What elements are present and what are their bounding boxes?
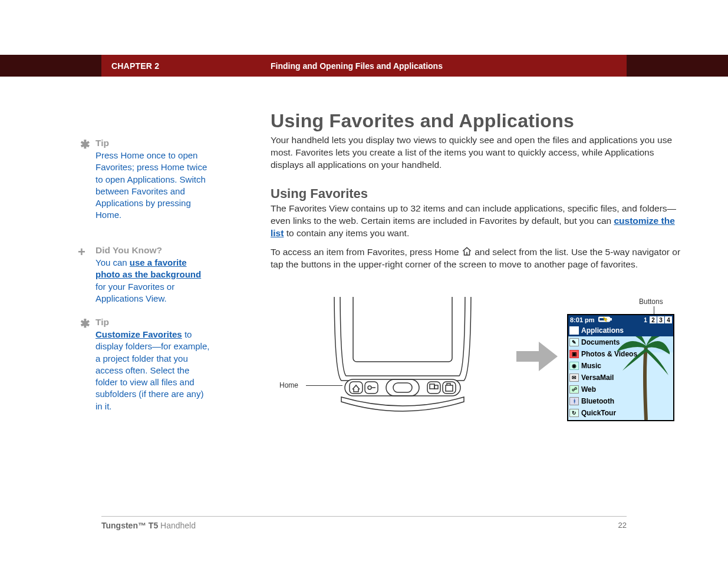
- sidebar-tip2-head: Tip: [95, 317, 109, 328]
- subheading-using-favorites: Using Favorites: [271, 186, 368, 201]
- paragraph-access: To access an item from Favorites, press …: [271, 246, 683, 271]
- home-callout-line: [306, 385, 342, 386]
- app-icon: ☍: [569, 385, 579, 394]
- page-button-3[interactable]: 3: [657, 316, 664, 323]
- favorites-screenshot: 8:01 pm 1 2 3 4 ▦Applications ✎Documents…: [567, 314, 674, 421]
- list-item-label: QuickTour: [581, 409, 616, 417]
- list-item-label: Documents: [581, 338, 620, 346]
- tip2-post: to display folders—for example, a projec…: [95, 329, 209, 411]
- app-icon: ✎: [569, 338, 579, 346]
- sidebar-tip1-head: Tip: [95, 138, 109, 148]
- p2b: to contain any items you want.: [284, 228, 409, 238]
- sidebar-tip2-body: Customize Favorites to display folders—f…: [95, 329, 210, 412]
- svg-rect-12: [610, 318, 612, 320]
- home-callout-label: Home: [279, 381, 298, 389]
- dyk-pre: You can: [95, 257, 130, 267]
- handheld-illustration: [330, 297, 476, 421]
- page-buttons-group: 1 2 3 4: [641, 316, 672, 323]
- paragraph-customize: The Favorites View contains up to 32 ite…: [271, 203, 683, 240]
- buttons-callout-line: [654, 306, 654, 314]
- list-item[interactable]: ↻QuickTour: [568, 407, 673, 419]
- list-item[interactable]: ◉Music: [568, 360, 673, 372]
- list-item-label: VersaMail: [581, 373, 614, 382]
- chapter-title: Finding and Opening Files and Applicatio…: [271, 61, 443, 71]
- favorites-list: ▦Applications ✎Documents ▣Photos & Video…: [568, 325, 673, 419]
- status-time: 8:01 pm: [570, 316, 595, 323]
- sidebar-dyk-body: You can use a favorite photo as the back…: [95, 257, 210, 305]
- list-item-label: Photos & Videos: [581, 350, 637, 358]
- tip2-link[interactable]: Customize Favorites: [95, 329, 182, 339]
- app-icon: ◉: [569, 362, 579, 370]
- list-item[interactable]: ✎Documents: [568, 336, 673, 348]
- asterisk-icon: ✱: [80, 137, 90, 151]
- app-icon: ᚼ: [569, 397, 579, 405]
- sidebar-tip1-body: Press Home once to open Favorites; press…: [95, 150, 210, 222]
- home-icon: [462, 246, 472, 257]
- battery-icon: [598, 316, 612, 323]
- app-icon: ✉: [569, 373, 579, 382]
- plus-icon: +: [78, 244, 85, 260]
- list-item[interactable]: ☍Web: [568, 384, 673, 395]
- list-item-label: Music: [581, 362, 601, 370]
- list-item-label: Bluetooth: [581, 397, 614, 405]
- list-item[interactable]: ᚼBluetooth: [568, 395, 673, 407]
- chapter-label: CHAPTER 2: [111, 61, 159, 71]
- screen-status-bar: 8:01 pm 1 2 3 4: [568, 315, 673, 325]
- list-item-label: Web: [581, 385, 596, 394]
- page-button-1[interactable]: 1: [641, 316, 649, 323]
- app-icon: ▦: [569, 326, 579, 335]
- sidebar-dyk-head: Did You Know?: [95, 245, 162, 256]
- footer-rule: [101, 516, 627, 517]
- app-icon: ▣: [569, 350, 579, 358]
- asterisk-icon: ✱: [80, 316, 90, 330]
- arrow-icon: [516, 339, 558, 373]
- page-button-2[interactable]: 2: [649, 316, 657, 323]
- footer-page-number: 22: [618, 521, 627, 530]
- page-heading: Using Favorites and Applications: [271, 110, 574, 132]
- p3a: To access an item from Favorites, press …: [271, 247, 462, 257]
- buttons-callout-label: Buttons: [639, 297, 663, 306]
- app-icon: ↻: [569, 409, 579, 417]
- list-item[interactable]: ▣Photos & Videos: [568, 348, 673, 360]
- list-item-label: Applications: [581, 326, 624, 335]
- page-button-4[interactable]: 4: [664, 316, 672, 323]
- footer-product: Tungsten™ T5 Handheld: [101, 521, 196, 530]
- intro-paragraph: Your handheld lets you display two views…: [271, 134, 683, 171]
- list-item[interactable]: ▦Applications: [568, 325, 673, 336]
- list-item[interactable]: ✉VersaMail: [568, 372, 673, 384]
- dyk-post: for your Favorites or Applications View.: [95, 282, 174, 303]
